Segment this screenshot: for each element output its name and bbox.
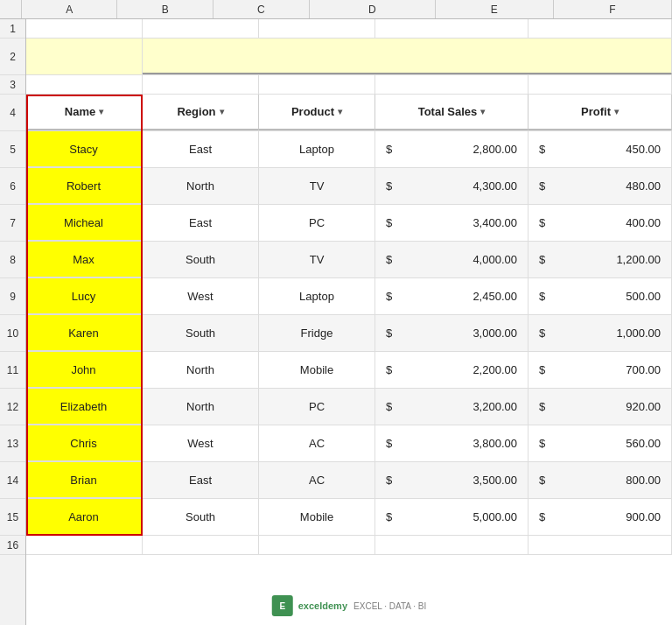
- product-cell-row9: Laptop: [259, 278, 375, 314]
- title-row-b: [26, 39, 143, 74]
- region-cell-row8: South: [143, 242, 259, 277]
- empty-cell-r3-c3: [375, 75, 528, 94]
- sales-cell-row7: $3,400.00: [375, 205, 528, 241]
- empty-cell-r1-c1: [143, 19, 259, 38]
- header-product-filter-icon[interactable]: ▾: [338, 107, 342, 116]
- row-8: MaxSouthTV$4,000.00$1,200.00: [26, 242, 672, 278]
- sales-dollar: $: [386, 474, 392, 487]
- col-header-rownum: [0, 0, 22, 18]
- col-header-a: A: [22, 0, 118, 18]
- profit-dollar: $: [539, 400, 545, 413]
- row-13: ChrisWestAC$3,800.00$560.00: [26, 425, 672, 462]
- row-num-6: 6: [0, 168, 25, 205]
- sales-value: 4,300.00: [392, 179, 522, 193]
- profit-value: 700.00: [545, 363, 666, 376]
- profit-value: 900.00: [545, 510, 666, 523]
- name-cell-row14: Brian: [26, 462, 143, 498]
- watermark-text: exceldemy EXCEL · DATA · BI: [298, 600, 427, 611]
- profit-cell-row10: $1,000.00: [528, 315, 672, 351]
- region-cell-row5: East: [143, 131, 259, 167]
- row-num-16: 16: [0, 536, 25, 555]
- profit-value: 500.00: [545, 290, 666, 303]
- sales-cell-row13: $3,800.00: [375, 425, 528, 461]
- region-cell-row7: East: [143, 205, 259, 241]
- empty-cell-r3-c4: [528, 75, 672, 94]
- row-1: [26, 19, 672, 39]
- empty-cell-r1-c2: [259, 19, 375, 38]
- sales-value: 4,000.00: [392, 253, 522, 266]
- row-2: [26, 39, 672, 75]
- sales-dollar: $: [386, 253, 392, 266]
- col-header-c: C: [214, 0, 310, 18]
- row-num-11: 11: [0, 352, 25, 389]
- region-cell-row11: North: [143, 352, 259, 388]
- sales-cell-row10: $3,000.00: [375, 315, 528, 351]
- name-cell-row6: Robert: [26, 168, 143, 204]
- header-name: Name ▾: [26, 95, 143, 130]
- profit-dollar: $: [539, 179, 545, 193]
- row-num-4: 4: [0, 95, 25, 131]
- product-cell-row7: PC: [259, 205, 375, 241]
- row-6: RobertNorthTV$4,300.00$480.00: [26, 168, 672, 205]
- header-sales-filter-icon[interactable]: ▾: [480, 107, 485, 116]
- profit-dollar: $: [539, 474, 545, 487]
- sales-dollar: $: [386, 327, 392, 340]
- product-cell-row6: TV: [259, 168, 375, 204]
- name-cell-row12: Elizabeth: [26, 389, 143, 425]
- sales-cell-row12: $3,200.00: [375, 389, 528, 425]
- sales-dollar: $: [386, 290, 392, 303]
- profit-dollar: $: [539, 253, 545, 266]
- header-name-filter-icon[interactable]: ▾: [99, 107, 103, 116]
- row-num-1: 1: [0, 19, 25, 39]
- region-cell-row6: North: [143, 168, 259, 204]
- profit-cell-row14: $800.00: [528, 462, 672, 498]
- row-num-9: 9: [0, 278, 25, 315]
- region-cell-row9: West: [143, 278, 259, 314]
- sales-cell-row6: $4,300.00: [375, 168, 528, 204]
- name-cell-row5: Stacy: [26, 131, 143, 167]
- profit-cell-row9: $500.00: [528, 278, 672, 314]
- empty-cell-r16-c3: [375, 536, 528, 554]
- sales-value: 2,450.00: [392, 290, 522, 303]
- empty-cell-r1-c0: [26, 19, 143, 38]
- product-cell-row12: PC: [259, 389, 375, 425]
- row-num-8: 8: [0, 242, 25, 278]
- row-15: AaronSouthMobile$5,000.00$900.00: [26, 499, 672, 536]
- profit-dollar: $: [539, 437, 545, 450]
- name-cell-row10: Karen: [26, 315, 143, 351]
- product-cell-row11: Mobile: [259, 352, 375, 388]
- column-headers: A B C D E F: [0, 0, 672, 19]
- row-num-7: 7: [0, 205, 25, 242]
- region-cell-row15: South: [143, 499, 259, 535]
- profit-cell-row7: $400.00: [528, 205, 672, 241]
- header-sales: Total Sales ▾: [375, 95, 528, 130]
- product-cell-row13: AC: [259, 425, 375, 461]
- row-14: BrianEastAC$3,500.00$800.00: [26, 462, 672, 499]
- row-num-12: 12: [0, 389, 25, 425]
- name-cell-row13: Chris: [26, 425, 143, 461]
- row-9: LucyWestLaptop$2,450.00$500.00: [26, 278, 672, 315]
- sales-cell-row11: $2,200.00: [375, 352, 528, 388]
- profit-cell-row12: $920.00: [528, 389, 672, 425]
- profit-dollar: $: [539, 363, 545, 376]
- row-num-5: 5: [0, 131, 25, 168]
- col-header-b: B: [117, 0, 214, 18]
- empty-cell-r1-c3: [375, 19, 528, 38]
- header-profit-filter-icon[interactable]: ▾: [614, 107, 619, 116]
- empty-cell-r16-c2: [259, 536, 375, 554]
- empty-cell-r16-c1: [143, 536, 259, 554]
- row-7: MichealEastPC$3,400.00$400.00: [26, 205, 672, 242]
- name-cell-row8: Max: [26, 242, 143, 277]
- sales-value: 5,000.00: [392, 510, 522, 523]
- sales-dollar: $: [386, 363, 392, 376]
- sales-cell-row9: $2,450.00: [375, 278, 528, 314]
- profit-dollar: $: [539, 290, 545, 303]
- profit-value: 560.00: [545, 437, 666, 450]
- profit-value: 400.00: [545, 216, 666, 229]
- col-header-d: D: [310, 0, 436, 18]
- row-num-13: 13: [0, 425, 25, 462]
- profit-value: 450.00: [545, 143, 666, 156]
- name-cell-row11: John: [26, 352, 143, 388]
- header-region-filter-icon[interactable]: ▾: [220, 107, 224, 116]
- sales-cell-row5: $2,800.00: [375, 131, 528, 167]
